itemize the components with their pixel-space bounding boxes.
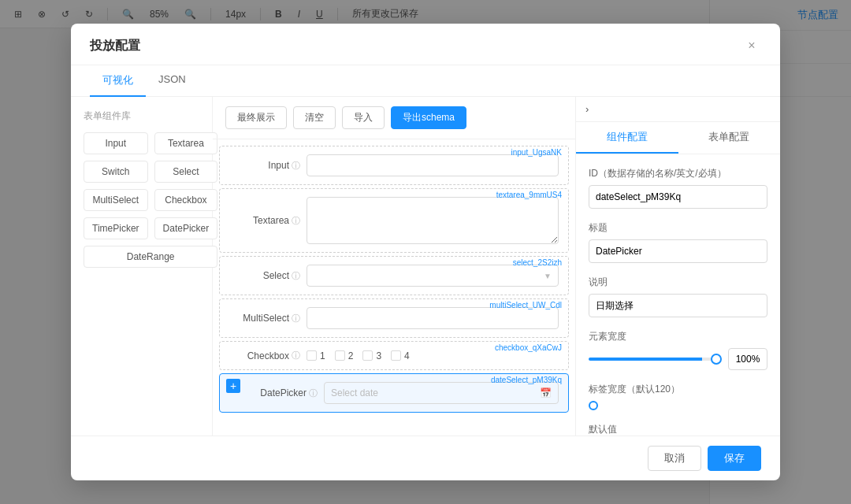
modal-body: 表单组件库 Input Textarea Switch Select Multi… [71,97,780,435]
info-icon-multiselect: ⓘ [292,313,300,324]
config-label-label-width: 标签宽度（默认120） [589,383,767,396]
form-item-add-icon[interactable]: + [226,379,240,393]
modal-footer: 取消 保存 [71,435,780,480]
checkbox-label-4: 4 [404,350,410,361]
config-label-id: ID（数据存储的名称/英文/必填） [589,167,767,180]
config-row-default: 默认值 [589,423,767,435]
config-expand-icon[interactable]: › [585,103,589,115]
checkbox-item-1[interactable]: 1 [307,350,325,361]
component-checkbox[interactable]: Checkbox [154,189,218,211]
tab-json[interactable]: JSON [146,65,199,97]
config-input-desc[interactable] [589,294,767,317]
config-input-title[interactable] [589,239,767,263]
modal-overlay: 投放配置 × 可视化 JSON 表单组件库 Input Textarea Swi… [0,0,851,504]
form-label-textarea: Textarea ⓘ [229,215,300,227]
form-item-input: input_UgsaNK Input ⓘ [219,146,569,185]
btn-cancel[interactable]: 取消 [648,446,701,471]
config-row-label-width: 标签宽度（默认120） [589,383,767,410]
btn-save[interactable]: 保存 [708,446,761,471]
checkbox-label-1: 1 [320,350,325,361]
checkbox-item-2[interactable]: 2 [335,350,354,361]
form-row-input: Input ⓘ [229,154,559,176]
component-timepicker[interactable]: TimePicker [84,217,148,239]
checkbox-box-1[interactable] [307,350,317,361]
form-row-select: Select ⓘ ▼ [229,265,559,287]
calendar-icon: 📅 [540,387,552,398]
form-row-textarea: Textarea ⓘ [229,197,559,244]
config-slider-row: 100% [589,348,767,370]
info-icon-datepicker: ⓘ [309,387,318,399]
btn-clear[interactable]: 清空 [293,106,336,129]
config-row-id: ID（数据存储的名称/英文/必填） [589,167,767,209]
config-label-width: 元素宽度 [589,330,767,343]
form-select-field[interactable]: ▼ [307,265,559,287]
checkbox-box-3[interactable] [362,350,373,361]
tab-visual[interactable]: 可视化 [90,65,146,97]
config-slider-width[interactable] [589,358,722,361]
form-area: 最终展示 清空 导入 导出schema input_UgsaNK Input ⓘ [213,97,575,435]
component-grid: Input Textarea Switch Select MultiSelect… [84,132,199,268]
config-label-width-indicator[interactable] [589,401,598,410]
form-datepicker-field[interactable]: Select date 📅 [324,382,559,404]
config-row-title: 标题 [589,221,767,263]
info-icon-input: ⓘ [292,160,300,172]
form-label-input: Input ⓘ [229,160,300,172]
form-item-input-id: input_UgsaNK [511,148,562,157]
form-item-select: select_2S2izh Select ⓘ ▼ [219,256,569,295]
form-label-select: Select ⓘ [229,270,300,282]
form-item-datepicker: + dateSelect_pM39Kq DatePicker ⓘ Select … [219,373,569,413]
checkbox-box-4[interactable] [391,350,401,361]
config-row-width: 元素宽度 100% [589,330,767,370]
checkbox-label-2: 2 [348,350,354,361]
config-tab-form[interactable]: 表单配置 [678,122,781,154]
component-input[interactable]: Input [84,132,148,154]
form-toolbar: 最终展示 清空 导入 导出schema [213,97,575,139]
form-row-multiselect: MultiSelect ⓘ [229,307,559,329]
form-multiselect-field[interactable] [307,307,559,329]
form-item-textarea: textarea_9mmUS4 Textarea ⓘ [219,188,569,253]
datepicker-placeholder: Select date [331,387,378,398]
modal-tabs: 可视化 JSON [71,65,780,97]
modal-container: 投放配置 × 可视化 JSON 表单组件库 Input Textarea Swi… [71,24,780,480]
info-icon-select: ⓘ [292,270,300,282]
config-row-desc: 说明 [589,276,767,317]
component-switch[interactable]: Switch [84,161,148,183]
form-item-datepicker-id: dateSelect_pM39Kq [491,376,562,384]
component-select[interactable]: Select [154,161,218,183]
form-label-multiselect: MultiSelect ⓘ [229,313,300,324]
form-content: input_UgsaNK Input ⓘ textarea_9mmUS4 [213,139,575,435]
checkbox-item-4[interactable]: 4 [391,350,410,361]
component-datepicker[interactable]: DatePicker [154,217,218,239]
form-textarea-field[interactable] [307,197,559,244]
config-tab-component[interactable]: 组件配置 [576,122,678,154]
config-panel: › 组件配置 表单配置 ID（数据存储的名称/英文/必填） 标题 [575,97,780,435]
component-multiselect[interactable]: MultiSelect [84,189,148,211]
btn-export[interactable]: 导出schema [391,106,466,129]
component-textarea[interactable]: Textarea [154,132,218,154]
select-chevron-icon: ▼ [544,272,552,280]
form-input-field[interactable] [307,154,559,176]
component-daterange[interactable]: DateRange [84,246,217,268]
checkbox-box-2[interactable] [335,350,345,361]
modal-header: 投放配置 × [71,24,780,65]
checkbox-item-3[interactable]: 3 [362,350,381,361]
form-item-checkbox: checkbox_qXaCwJ Checkbox ⓘ 1 [219,341,569,370]
form-item-textarea-id: textarea_9mmUS4 [496,191,562,199]
library-title: 表单组件库 [84,109,199,123]
info-icon-checkbox: ⓘ [292,350,300,361]
checkbox-label-3: 3 [376,350,381,361]
form-item-checkbox-id: checkbox_qXaCwJ [495,343,562,352]
form-label-checkbox: Checkbox ⓘ [229,350,300,361]
modal-title: 投放配置 [90,38,140,54]
form-item-multiselect-id: multiSelect_UW_Cdl [489,301,562,309]
config-content: ID（数据存储的名称/英文/必填） 标题 说明 [576,154,780,435]
btn-preview[interactable]: 最终展示 [225,106,287,129]
config-tabs: 组件配置 表单配置 [576,122,780,154]
modal-close-button[interactable]: × [742,36,761,55]
config-input-id[interactable] [589,185,767,209]
component-library: 表单组件库 Input Textarea Switch Select Multi… [71,97,213,435]
btn-import[interactable]: 导入 [342,106,385,129]
config-label-desc: 说明 [589,276,767,289]
info-icon-textarea: ⓘ [292,215,300,227]
form-label-datepicker: DatePicker ⓘ [247,387,318,399]
